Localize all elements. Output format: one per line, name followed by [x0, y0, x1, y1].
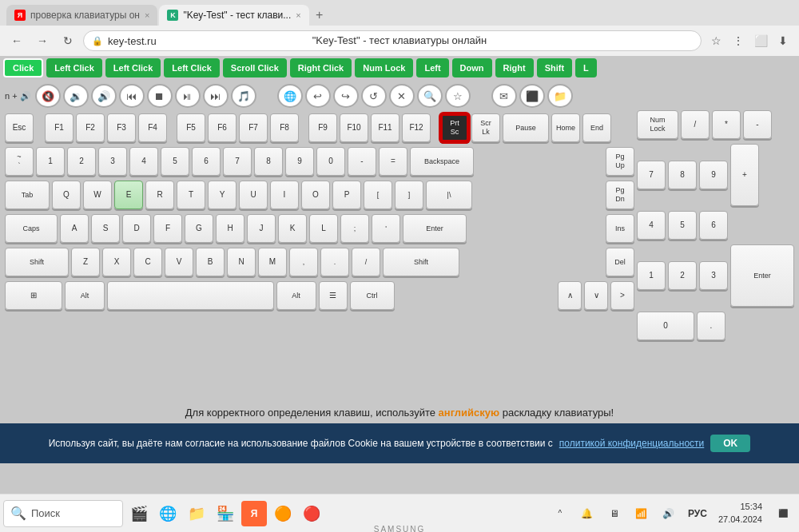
4-key[interactable]: 4 [129, 147, 158, 176]
click-badge-9[interactable]: Right [495, 58, 534, 77]
equals-key[interactable]: = [379, 147, 407, 176]
esc-key[interactable]: Esc [5, 113, 34, 142]
rctrl-key[interactable]: Ctrl [350, 281, 395, 310]
num-plus-key[interactable]: + [730, 144, 759, 206]
menu-key[interactable]: ☰ [319, 281, 348, 310]
arr-right-key[interactable]: > [610, 281, 634, 310]
ralt-key[interactable]: Alt [276, 281, 316, 310]
bookmark-icon[interactable]: ☆ [706, 31, 725, 50]
end-key[interactable]: End [582, 113, 611, 142]
click-badge-4[interactable]: Scroll Click [223, 58, 287, 77]
f12-key[interactable]: F12 [402, 113, 431, 142]
scrlk-key[interactable]: ScrLk [471, 113, 500, 142]
taskbar-media[interactable]: 🎬 [126, 501, 152, 526]
period-key[interactable]: . [320, 248, 349, 276]
browser-key[interactable]: 🌐 [277, 84, 303, 108]
3-key[interactable]: 3 [98, 147, 127, 176]
8-key[interactable]: 8 [254, 147, 283, 176]
tray-wifi[interactable]: 📶 [629, 501, 654, 526]
space-key[interactable] [107, 281, 274, 310]
click-badge-10[interactable]: Shift [537, 58, 572, 77]
info-link[interactable]: английскую [439, 407, 499, 419]
caps-key[interactable]: Caps [5, 214, 58, 243]
mail-key[interactable]: ✉ [491, 84, 517, 108]
num-slash-key[interactable]: / [681, 110, 710, 139]
z-key[interactable]: Z [71, 248, 100, 276]
tray-notifications[interactable]: ⬛ [770, 501, 796, 526]
2-key[interactable]: 2 [67, 147, 96, 176]
f5-key[interactable]: F5 [177, 113, 205, 142]
vol-up-key[interactable]: 🔊 [91, 84, 117, 108]
mute-key[interactable]: 🔇 [35, 84, 61, 108]
f11-key[interactable]: F11 [371, 113, 400, 142]
num0-key[interactable]: 0 [637, 312, 694, 340]
taskbar-store[interactable]: 🏪 [213, 501, 238, 526]
forward-button[interactable]: → [32, 30, 53, 51]
click-badge-1[interactable]: Left Click [46, 58, 102, 77]
num2-key[interactable]: 2 [668, 261, 697, 290]
taskbar-app2[interactable]: 🟠 [270, 501, 296, 526]
f10-key[interactable]: F10 [340, 113, 368, 142]
k-key[interactable]: K [278, 214, 307, 243]
backspace-key[interactable]: Backspace [410, 147, 474, 176]
r-key[interactable]: R [145, 181, 174, 209]
t-key[interactable]: T [177, 181, 205, 209]
tab-yandex-close[interactable]: × [145, 10, 149, 20]
pgup-key[interactable]: PgUp [606, 147, 634, 176]
pgdn-key[interactable]: PgDn [606, 181, 634, 209]
9-key[interactable]: 9 [285, 147, 314, 176]
5-key[interactable]: 5 [161, 147, 189, 176]
lshift-key[interactable]: Shift [5, 248, 69, 276]
minus-key[interactable]: - [348, 147, 376, 176]
f2-key[interactable]: F2 [76, 113, 105, 142]
fwd-media-key[interactable]: ↪ [333, 84, 359, 108]
taskbar-files[interactable]: 📁 [184, 501, 209, 526]
h-key[interactable]: H [216, 214, 244, 243]
6-key[interactable]: 6 [192, 147, 221, 176]
click-badge-5[interactable]: Right Click [290, 58, 352, 77]
taskbar-language[interactable]: РУС [685, 508, 710, 519]
f8-key[interactable]: F8 [270, 113, 299, 142]
lbracket-key[interactable]: [ [364, 181, 392, 209]
search-media-key[interactable]: 🔍 [417, 84, 443, 108]
enter-key[interactable]: Enter [403, 214, 467, 243]
next-key[interactable]: ⏭ [203, 84, 229, 108]
num-star-key[interactable]: * [712, 110, 741, 139]
home-key[interactable]: Home [551, 113, 580, 142]
m-key[interactable]: M [258, 248, 287, 276]
num7-key[interactable]: 7 [637, 161, 666, 189]
del-key[interactable]: Del [606, 248, 634, 276]
e-key[interactable]: E [114, 181, 143, 209]
click-badge-6[interactable]: Num Lock [355, 58, 413, 77]
num-minus-key[interactable]: - [743, 110, 772, 139]
lalt-key[interactable]: Alt [65, 281, 105, 310]
menu-icon[interactable]: ⋮ [729, 31, 748, 50]
1-key[interactable]: 1 [36, 147, 65, 176]
tab-keytest[interactable]: K "Key-Test" - тест клави... × [159, 5, 308, 26]
taskbar-edge[interactable]: 🌐 [155, 501, 181, 526]
num9-key[interactable]: 9 [699, 161, 728, 189]
rbracket-key[interactable]: ] [395, 181, 423, 209]
tray-volume[interactable]: 🔊 [656, 501, 682, 526]
j-key[interactable]: J [247, 214, 276, 243]
tab-yandex[interactable]: Я проверка клавиатуры он × [6, 5, 157, 26]
rshift-key[interactable]: Shift [383, 248, 459, 276]
download-icon[interactable]: ⬇ [773, 31, 793, 50]
taskbar-search[interactable]: 🔍 Поиск [3, 500, 123, 527]
num8-key[interactable]: 8 [668, 161, 697, 189]
v-key[interactable]: V [165, 248, 193, 276]
win-key[interactable]: ⊞ [5, 281, 62, 310]
semicolon-key[interactable]: ; [340, 214, 369, 243]
f4-key[interactable]: F4 [138, 113, 167, 142]
i-key[interactable]: I [270, 181, 299, 209]
click-badge-11[interactable]: L [575, 58, 597, 77]
0-key[interactable]: 0 [316, 147, 345, 176]
num-enter-key[interactable]: Enter [730, 244, 794, 307]
click-badge-0[interactable]: Click [3, 58, 43, 77]
star-media-key[interactable]: ☆ [445, 84, 471, 108]
f9-key[interactable]: F9 [308, 113, 337, 142]
new-tab-button[interactable]: + [311, 6, 328, 24]
q-key[interactable]: Q [52, 181, 81, 209]
p-key[interactable]: P [332, 181, 361, 209]
screenshot-icon[interactable]: ⬜ [751, 31, 770, 50]
